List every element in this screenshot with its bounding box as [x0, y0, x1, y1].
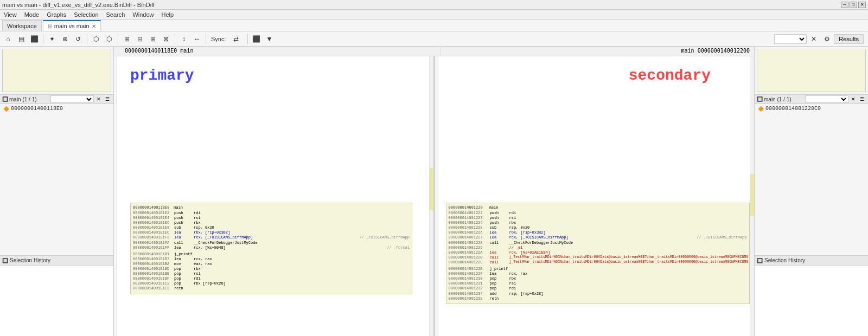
primary-code-row-16: 000000014001E1C3retn	[133, 286, 410, 291]
toolbar-btn-9[interactable]: ⊞	[121, 33, 133, 45]
secondary-header: main 0000000140012200	[441, 47, 755, 56]
secondary-code-row-15: 000000014001231poprsi	[449, 281, 747, 286]
toolbar-btn-3[interactable]: ⬛	[28, 33, 40, 45]
left-history-header: 🔲 Selection History	[0, 256, 113, 266]
primary-header: 00000001400118E0 main	[114, 47, 441, 56]
results-button[interactable]: Results	[834, 34, 864, 44]
primary-code-row-10: 000000014001E1B7learcx, rax	[133, 257, 410, 262]
toolbar-btn-2[interactable]: ▤	[15, 33, 27, 45]
right-func-close[interactable]: ✕	[850, 95, 857, 103]
left-func-title: main (1 / 1)	[9, 96, 37, 102]
menu-graphs[interactable]: Graphs	[45, 11, 68, 18]
main-tab-close[interactable]: ✕	[92, 23, 96, 29]
left-func-item[interactable]: 🔶 00000001400118E0	[2, 105, 111, 112]
tab-workspace[interactable]: Workspace	[2, 20, 42, 31]
primary-code-row-15: 000000014001E1C2poprbx [rsp+0x28]	[133, 281, 410, 286]
toolbar-btn-12[interactable]: ⊠	[160, 33, 172, 45]
left-history-content	[0, 266, 113, 336]
left-func-menu[interactable]: ☰	[104, 95, 111, 103]
toolbar-btn-15[interactable]: ⬛	[251, 33, 263, 45]
separator-5	[206, 34, 206, 44]
minimize-button[interactable]: ─	[841, 2, 848, 8]
maximize-button[interactable]: □	[850, 2, 857, 8]
primary-code-row-9: 000000014001E1B1j_printf	[133, 252, 410, 257]
primary-code-row-14: 000000014001E1BFpoprdi	[133, 276, 410, 281]
menu-window[interactable]: Window	[131, 11, 155, 18]
secondary-code-row-4: 000000014001225subrsp, 0x20	[449, 225, 747, 230]
secondary-code-row-12: 00000001400122Ej_printf	[449, 267, 747, 272]
primary-graph[interactable]: primary 00000001400118E0 main 0000000140…	[114, 56, 435, 336]
primary-code-row-6: 000000014001E1F3learcx, [_TOISICAMS_diff…	[133, 235, 410, 240]
close-button[interactable]: ✕	[858, 2, 866, 8]
view-dropdown[interactable]	[774, 34, 807, 44]
menu-mode[interactable]: Mode	[23, 11, 41, 18]
right-func-panel: 🔶 000000014001220C0	[755, 104, 868, 256]
toolbar-btn-8[interactable]: ⬡	[103, 33, 115, 45]
right-history-icon: 🔲	[757, 258, 763, 263]
title-bar: main vs main - diff_v1.exe_vs_diff_v2.ex…	[0, 0, 868, 10]
right-func-item[interactable]: 🔶 000000014001220C0	[757, 105, 866, 112]
left-func-content: 🔶 00000001400118E0	[0, 104, 113, 255]
toolbar-btn-11[interactable]: ⊞	[147, 33, 159, 45]
primary-code-header-row: 00000001400118E0 main	[133, 205, 410, 210]
right-func-toolbar: 🔲 main (1 / 1) ✕ ☰	[755, 94, 868, 104]
menu-help[interactable]: Help	[160, 11, 176, 18]
main-layout: 🔲 main (1 / 1) ✕ ☰ 🔶 00000001400118E0 🔲 …	[0, 47, 868, 336]
right-func-addr: 000000014001220C0	[765, 106, 821, 112]
menu-view[interactable]: View	[2, 11, 18, 18]
separator-6	[247, 34, 248, 44]
center-headers: 00000001400118E0 main main 0000000140012…	[114, 47, 754, 56]
toolbar-btn-6[interactable]: ↺	[72, 33, 84, 45]
secondary-code-row-7: 000000014001228call__CheckForDebuggerJus…	[449, 241, 747, 245]
toolbar-btn-7[interactable]: ⬡	[90, 33, 102, 45]
left-func-dropdown[interactable]	[50, 95, 94, 103]
secondary-label: secondary	[435, 56, 755, 95]
separator-1	[43, 34, 43, 44]
left-func-addr: 00000001400118E0	[11, 106, 63, 112]
right-history-header: 🔲 Selection History	[755, 256, 868, 266]
primary-code-row-13: 000000014001E1BEpoprsi	[133, 272, 410, 276]
primary-header-text: 00000001400118E0 main	[125, 48, 193, 54]
toolbar-btn-16[interactable]: ▼	[264, 33, 276, 45]
left-history-title: Selection History	[10, 257, 50, 263]
secondary-code-header-row: 000000014001220 main	[449, 205, 747, 210]
secondary-code-row-2: 000000014001223pushrsi	[449, 216, 747, 221]
separator-4	[175, 34, 175, 44]
right-mini-overview	[757, 49, 866, 92]
primary-code-row-5: 000000014001E1EClearbx, [rip+0x3B2]	[133, 230, 410, 235]
right-history-title: Selection History	[764, 257, 805, 263]
secondary-graph[interactable]: secondary 000000014001220 main 000000014…	[435, 56, 755, 336]
left-func-panel: 🔶 00000001400118E0	[0, 104, 113, 256]
center-panel: 00000001400118E0 main main 0000000140012…	[114, 47, 754, 336]
sync-btn[interactable]: ⇄	[227, 33, 245, 45]
menu-search[interactable]: Search	[105, 11, 127, 18]
tab-main-vs-main[interactable]: ⊞ main vs main ✕	[43, 20, 101, 31]
right-func-dropdown[interactable]	[805, 95, 848, 103]
toolbar-btn-5[interactable]: ⊕	[59, 33, 71, 45]
primary-code-row-2: 000000014001E1E4pushrsi	[133, 216, 410, 221]
toolbar-btn-1[interactable]: ⌂	[2, 33, 14, 45]
toolbar-btn-10[interactable]: ⊟	[134, 33, 146, 45]
primary-code-row-1: 000000014001E1E2pushrdi	[133, 211, 410, 216]
left-func-icon: 🔶	[3, 106, 9, 112]
secondary-code-row-14: 000000014001230poprbx	[449, 276, 747, 281]
toolbar-btn-4[interactable]: ✦	[46, 33, 58, 45]
toolbar-btn-14[interactable]: ↔	[191, 33, 203, 45]
right-func-title: main (1 / 1)	[764, 96, 792, 102]
menu-selection[interactable]: Selection	[72, 11, 100, 18]
right-panel: 🔲 main (1 / 1) ✕ ☰ 🔶 000000014001220C0 🔲…	[754, 47, 868, 336]
primary-overview-highlight	[430, 168, 433, 210]
close-view-btn[interactable]: ✕	[808, 33, 820, 45]
left-func-close[interactable]: ✕	[95, 95, 103, 103]
toolbar-btn-13[interactable]: ↕	[178, 33, 190, 45]
window-controls: ─ □ ✕	[841, 2, 866, 8]
toolbar: ⌂ ▤ ⬛ ✦ ⊕ ↺ ⬡ ⬡ ⊞ ⊟ ⊞ ⊠ ↕ ↔ Sync: ⇄ ⬛ ▼ …	[0, 31, 868, 47]
secondary-code-block: 000000014001220 main 000000014001222push…	[446, 203, 750, 304]
right-func-menu[interactable]: ☰	[858, 95, 866, 103]
primary-overview	[429, 56, 433, 336]
left-panel-icon: 🔲	[2, 96, 8, 102]
secondary-code-row-18: 000000014001235retn	[449, 296, 747, 301]
secondary-code-row-8: 000000014001229// _ml	[449, 245, 747, 250]
secondary-code-row-13: 00000001400122Flearcx, rax	[449, 272, 747, 276]
settings-btn[interactable]: ⚙	[821, 33, 833, 45]
